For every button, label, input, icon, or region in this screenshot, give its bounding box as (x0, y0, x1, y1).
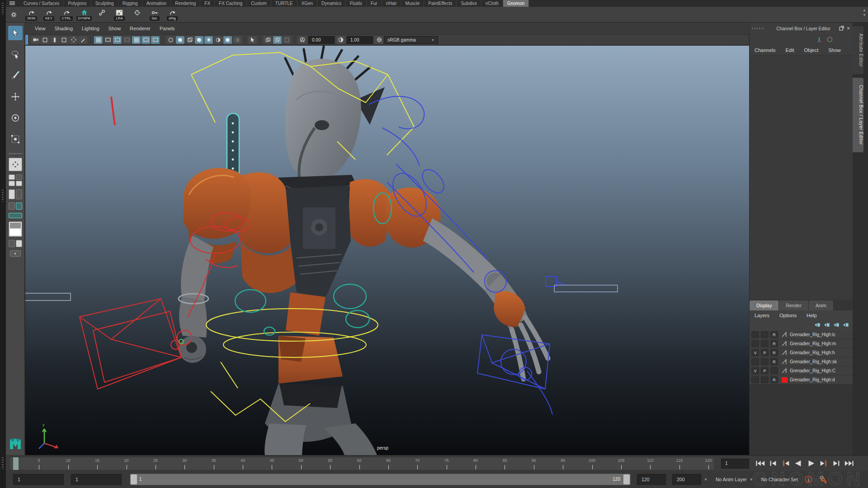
select-tool[interactable] (8, 26, 23, 40)
resolution-gate-icon[interactable] (113, 36, 122, 44)
side-tab-channel-box-layer-editor[interactable]: Channel Box / Layer Editor (853, 78, 863, 152)
menu-tab-gnomon[interactable]: Gnomon (503, 0, 529, 7)
select-camera-icon[interactable] (31, 36, 40, 44)
menu-tab-subdivs[interactable]: Subdivs (457, 0, 481, 7)
layer-r-toggle[interactable]: R (770, 376, 778, 383)
menu-tab-fur[interactable]: Fur (367, 0, 382, 7)
layer-p-toggle[interactable] (761, 358, 769, 365)
step-back-key-button[interactable] (780, 459, 791, 469)
lights-icon[interactable] (204, 36, 213, 44)
layer-row[interactable]: VPRGrenadier_Rig_High:h (750, 348, 853, 357)
time-slider-ruler[interactable]: 5101520253035404550556065707580859095100… (9, 457, 715, 470)
viewport-menu-panels[interactable]: Panels (155, 26, 179, 31)
new-empty-layer-button[interactable] (833, 322, 840, 328)
pop-out-icon[interactable] (839, 26, 844, 32)
layer-v-toggle[interactable]: V (751, 367, 759, 374)
menu-tab-custom[interactable]: Custom (247, 0, 271, 7)
grease-pencil-icon[interactable] (79, 36, 87, 44)
step-back-frame-button[interactable] (767, 459, 778, 469)
viewport-menu-view[interactable]: View (30, 26, 50, 31)
layer-r-toggle[interactable]: R (770, 349, 778, 356)
move-tool[interactable] (8, 89, 23, 104)
close-icon[interactable]: × (847, 26, 850, 31)
panel-drag-handle[interactable] (752, 28, 764, 29)
current-time-marker[interactable] (13, 457, 19, 470)
layout-hypergraph-pane-button[interactable] (8, 213, 23, 218)
layout-stacked-pane-button[interactable] (8, 221, 23, 237)
new-layer-from-selected-button[interactable] (843, 322, 849, 328)
layout-single-pane-button[interactable] (8, 158, 23, 171)
chevron-down-icon[interactable]: ▼ (704, 478, 708, 482)
layer-row[interactable]: RGrenadier_Rig_High:m (750, 339, 853, 348)
channel-box-menu-edit[interactable]: Edit (780, 47, 799, 53)
menu-tab-painteffects[interactable]: PaintEffects (424, 0, 457, 7)
range-start-handle[interactable] (131, 474, 137, 484)
shelf-item-ctrl[interactable]: CTRL (58, 8, 75, 21)
wireframe-icon[interactable] (166, 36, 175, 44)
shadows-icon[interactable] (214, 36, 222, 44)
layer-editor-tab-display[interactable]: Display (750, 300, 779, 310)
menu-tab-ncloth[interactable]: nCloth (481, 0, 503, 7)
viewport-menu-lighting[interactable]: Lighting (77, 26, 104, 31)
layer-color-swatch[interactable] (781, 377, 788, 383)
occlusion-icon[interactable] (223, 36, 232, 44)
layer-editor-tab-anim[interactable]: Anim (809, 300, 834, 310)
layer-p-toggle[interactable]: P (761, 367, 769, 374)
layer-type-icon[interactable] (781, 341, 788, 347)
playback-speed-icon[interactable]: 1 (803, 474, 813, 484)
layer-row[interactable]: RGrenadier_Rig_High:sk (750, 357, 853, 366)
color-management-globe-icon[interactable] (375, 36, 383, 44)
menu-tab-fluids[interactable]: Fluids (346, 0, 367, 7)
menu-tab-rigging[interactable]: Rigging (118, 0, 142, 7)
camera-attributes-icon[interactable] (41, 36, 49, 44)
scale-tool[interactable] (8, 132, 23, 146)
menu-tab-dynamics[interactable]: Dynamics (317, 0, 346, 7)
menu-tab-rendering[interactable]: Rendering (171, 0, 200, 7)
shelf-item-crosshair-icon[interactable] (128, 8, 146, 21)
move-layer-down-button[interactable] (824, 322, 830, 328)
textured-icon[interactable] (195, 36, 203, 44)
layer-editor-menu-layers[interactable]: Layers (750, 313, 774, 318)
step-forward-frame-button[interactable] (830, 459, 842, 469)
shelf-scroll-arrows[interactable]: ▲▼ (863, 9, 866, 17)
layer-row[interactable]: VPGrenadier_Rig_High:C (750, 366, 853, 375)
layer-v-toggle[interactable] (751, 376, 759, 383)
menu-tab-polygons[interactable]: Polygons (64, 0, 91, 7)
layer-r-toggle[interactable]: R (770, 331, 778, 338)
layer-p-toggle[interactable] (761, 331, 769, 338)
layer-r-toggle[interactable]: R (770, 358, 778, 365)
exposure-icon[interactable] (298, 36, 307, 44)
image-plane-icon[interactable] (60, 36, 68, 44)
exposure-field[interactable]: 0.00 (308, 36, 335, 44)
motion-blur-icon[interactable] (233, 36, 241, 44)
field-chart-icon[interactable] (132, 36, 141, 44)
rotate-tool[interactable] (8, 111, 23, 125)
layer-p-toggle[interactable] (761, 376, 769, 383)
layer-v-toggle[interactable] (751, 331, 759, 338)
menu-hamburger-icon[interactable] (9, 1, 15, 5)
grid-icon[interactable] (94, 36, 103, 44)
channel-box-menu-channels[interactable]: Channels (750, 47, 780, 53)
viewport-menu-shading[interactable]: Shading (50, 26, 77, 31)
paint-select-tool[interactable] (8, 68, 23, 83)
layer-v-toggle[interactable] (751, 358, 759, 365)
auto-keyframe-icon[interactable] (819, 474, 829, 484)
menu-tab-turtle[interactable]: TURTLE (271, 0, 297, 7)
channel-box-empty-area[interactable] (750, 55, 853, 300)
menu-tab-fx[interactable]: FX (200, 0, 215, 7)
layout-two-pane-side-button[interactable] (8, 189, 23, 199)
safe-action-icon[interactable] (142, 36, 150, 44)
layer-list-empty-area[interactable] (750, 385, 853, 455)
character-set-dropdown[interactable]: No Character Set (761, 477, 798, 482)
animation-end-field[interactable]: 200 (672, 474, 701, 485)
shelf-item-lra[interactable]: LRA (111, 8, 128, 21)
contrast-icon[interactable] (336, 36, 345, 44)
layer-v-toggle[interactable]: V (751, 349, 759, 356)
shelf-item-set[interactable]: Set. (146, 8, 163, 21)
bookmark-icon[interactable] (50, 36, 59, 44)
layout-more-dropdown-button[interactable]: ▾ (8, 250, 23, 257)
shelf-item-dynpa[interactable]: DYNPA (75, 8, 93, 21)
current-frame-field[interactable]: 1 (721, 459, 749, 469)
shelf-item-joint-tool-icon[interactable] (93, 8, 110, 21)
layout-grid-pane-button[interactable] (8, 240, 23, 247)
